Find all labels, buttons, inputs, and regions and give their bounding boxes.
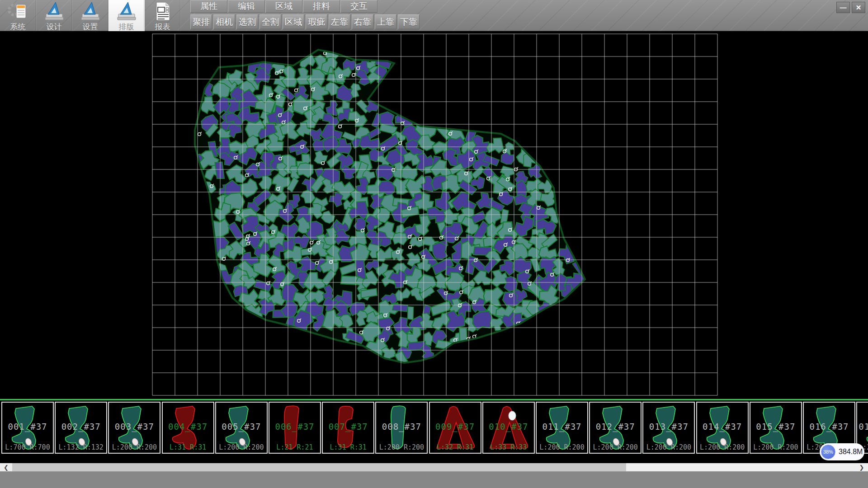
tab-label: 系统 — [10, 22, 26, 32]
status-bar — [0, 471, 868, 488]
progress-percent: 38% — [821, 445, 835, 459]
tool-button-下靠[interactable]: 下靠 — [398, 14, 420, 29]
piece-thumbnail-010_#37[interactable]: 010_#37L:33 R:33 — [482, 402, 535, 454]
tool-button-选割[interactable]: 选割 — [236, 14, 258, 29]
setsquare-icon — [79, 1, 102, 22]
piece-name-label: 016_#37 — [804, 422, 854, 432]
piece-name-label: 002_#37 — [56, 422, 106, 432]
piece-thumbnail-008_#37[interactable]: 008_#37L:200 R:200 — [375, 402, 428, 454]
tab-报表[interactable]: 报表 — [145, 0, 181, 31]
hide-layout-drawing — [0, 31, 868, 399]
piece-lr-label: L:200 R:200 — [376, 443, 427, 451]
module-tabs: 系统设计设置排版报表 — [0, 0, 181, 31]
piece-lr-label: L:700 R:700 — [2, 443, 53, 451]
filmstrip-divider — [0, 399, 868, 400]
piece-lr-label: L:200 R:200 — [750, 443, 801, 451]
tool-button-相机[interactable]: 相机 — [213, 14, 235, 29]
pieces-filmstrip: 001_#37L:700 R:700002_#37L:132 R:132003_… — [0, 399, 868, 463]
gear-notepad-icon — [6, 1, 30, 22]
memory-label: 384.8M — [839, 448, 863, 456]
piece-name-label: 009_#37 — [430, 422, 481, 432]
tab-设置[interactable]: 设置 — [72, 0, 108, 31]
report-doc-icon — [151, 1, 175, 22]
piece-name-label: 006_#37 — [269, 422, 320, 432]
piece-name-label: 001_#37 — [2, 422, 53, 432]
window-controls: — ✕ — [836, 2, 865, 13]
menu-item-交互[interactable]: 交互 — [340, 0, 377, 13]
tool-button-全割[interactable]: 全割 — [259, 14, 281, 29]
piece-thumbnail-015_#37[interactable]: 015_#37L:200 R:200 — [750, 402, 802, 454]
piece-lr-label: L:200 R:200 — [537, 443, 587, 451]
tool-button-右靠[interactable]: 右靠 — [352, 14, 373, 29]
tab-排版[interactable]: 排版 — [108, 0, 145, 31]
piece-name-label: 010_#37 — [483, 422, 534, 432]
nesting-canvas[interactable] — [0, 31, 868, 399]
scrollbar-thumb[interactable] — [12, 463, 626, 471]
setsquare-icon — [42, 1, 66, 22]
menu-item-编辑[interactable]: 编辑 — [228, 0, 265, 13]
piece-thumbnail-002_#37[interactable]: 002_#37L:132 R:132 — [55, 402, 107, 454]
piece-name-label: 014_#37 — [697, 422, 748, 432]
menu-item-区域[interactable]: 区域 — [265, 0, 302, 13]
progress-badge: 38% 384.8M — [820, 443, 864, 460]
piece-thumbnail-005_#37[interactable]: 005_#37L:200 R:200 — [215, 402, 268, 454]
piece-thumbnail-006_#37[interactable]: 006_#37L:21 R:21 — [269, 402, 321, 454]
piece-lr-label: L:31 R:31 — [323, 443, 373, 451]
piece-name-label: 015_#37 — [750, 422, 801, 432]
piece-thumbnail-014_#37[interactable]: 014_#37L:200 R:200 — [696, 402, 749, 454]
tab-设计[interactable]: 设计 — [36, 0, 72, 31]
piece-name-label: 017 — [857, 422, 868, 432]
tab-label: 报表 — [155, 22, 170, 32]
tool-button-上靠[interactable]: 上靠 — [375, 14, 396, 29]
tool-button-区域[interactable]: 区域 — [283, 14, 304, 29]
tab-系统[interactable]: 系统 — [0, 0, 36, 31]
piece-name-label: 011_#37 — [537, 422, 587, 432]
piece-lr-label: L:33 R:33 — [483, 443, 534, 451]
close-button[interactable]: ✕ — [852, 2, 865, 13]
piece-thumbnail-009_#37[interactable]: 009_#37L:32 R:31 — [429, 402, 481, 454]
scroll-right-button[interactable]: ❯ — [856, 463, 867, 471]
tool-bar: 聚排相机选割全割区域瑕疵左靠右靠上靠下靠 — [190, 14, 421, 30]
piece-name-label: 013_#37 — [643, 422, 694, 432]
tab-label: 设置 — [83, 22, 98, 32]
tool-button-瑕疵[interactable]: 瑕疵 — [306, 14, 327, 29]
tool-button-左靠[interactable]: 左靠 — [329, 14, 350, 29]
piece-lr-label: L:200 R:200 — [697, 443, 748, 451]
piece-lr-label: L:200 R:200 — [216, 443, 267, 451]
minimize-button[interactable]: — — [836, 2, 850, 13]
piece-name-label: 003_#37 — [109, 422, 160, 432]
tab-label: 设计 — [47, 22, 62, 32]
piece-thumbnail-004_#37[interactable]: 004_#37L:31 R:31 — [162, 402, 214, 454]
application-window: 系统设计设置排版报表 属性编辑区域排料交互 聚排相机选割全割区域瑕疵左靠右靠上靠… — [0, 0, 868, 488]
piece-lr-label: L:132 R:132 — [56, 443, 106, 451]
piece-thumbnail-001_#37[interactable]: 001_#37L:700 R:700 — [1, 402, 54, 454]
title-toolbar: 系统设计设置排版报表 属性编辑区域排料交互 聚排相机选割全割区域瑕疵左靠右靠上靠… — [0, 0, 868, 31]
menu-bar: 属性编辑区域排料交互 — [190, 0, 378, 13]
scroll-left-button[interactable]: ❮ — [0, 463, 12, 471]
setsquare-icon — [115, 1, 138, 22]
piece-thumbnail-013_#37[interactable]: 013_#37L:200 R:200 — [642, 402, 695, 454]
horizontal-scrollbar[interactable]: ❮ ❯ — [0, 463, 868, 471]
piece-name-label: 007_#37 — [323, 422, 373, 432]
piece-thumbnail-007_#37[interactable]: 007_#37L:31 R:31 — [322, 402, 374, 454]
piece-lr-label: L:200 R:200 — [590, 443, 641, 451]
tab-label: 排版 — [119, 22, 134, 32]
piece-lr-label: L:21 R:21 — [269, 443, 320, 451]
piece-lr-label: L:32 R:31 — [430, 443, 481, 451]
piece-thumbnail-003_#37[interactable]: 003_#37L:200 R:200 — [108, 402, 160, 454]
piece-name-label: 005_#37 — [216, 422, 267, 432]
piece-thumbnail-012_#37[interactable]: 012_#37L:200 R:200 — [589, 402, 642, 454]
menu-item-属性[interactable]: 属性 — [190, 0, 227, 13]
piece-name-label: 004_#37 — [163, 422, 213, 432]
piece-thumbnail-011_#37[interactable]: 011_#37L:200 R:200 — [536, 402, 588, 454]
piece-lr-label: L:200 R:200 — [643, 443, 694, 451]
piece-lr-label: L:200 R:200 — [109, 443, 160, 451]
piece-lr-label: L:31 R:31 — [163, 443, 213, 451]
menu-item-排料[interactable]: 排料 — [303, 0, 340, 13]
tool-button-聚排[interactable]: 聚排 — [190, 14, 212, 29]
piece-name-label: 008_#37 — [376, 422, 427, 432]
piece-name-label: 012_#37 — [590, 422, 641, 432]
